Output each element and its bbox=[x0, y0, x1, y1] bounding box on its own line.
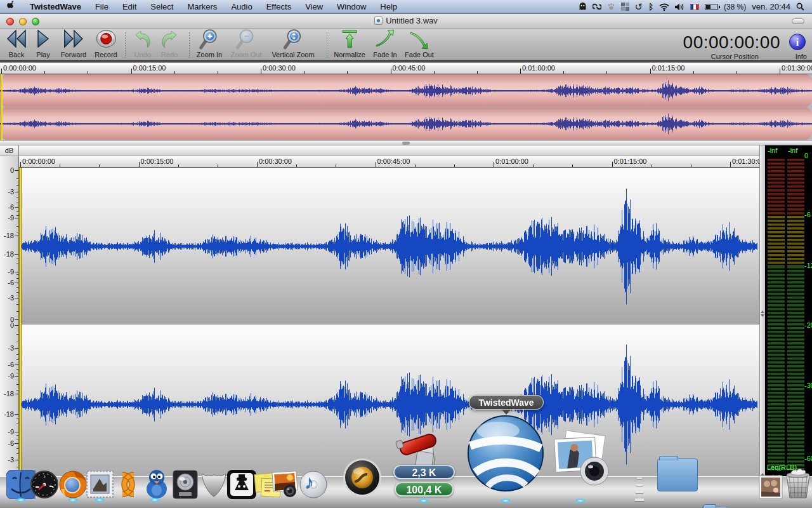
db-scale-minor-tick bbox=[16, 373, 18, 373]
db-scale-label: -9 bbox=[8, 268, 14, 276]
menu-clock[interactable]: ven. 20:44 bbox=[752, 2, 790, 11]
bluetooth-icon[interactable]: ᛒ bbox=[648, 1, 653, 13]
ruler-tick bbox=[88, 71, 88, 74]
db-scale-minor-tick bbox=[16, 359, 18, 360]
window-title-bar[interactable]: Untitled 3.wav bbox=[0, 14, 812, 29]
menu-item-app[interactable]: TwistedWave bbox=[23, 0, 88, 14]
toolbar-toggle-pill[interactable] bbox=[792, 18, 804, 24]
menu-item-help[interactable]: Help bbox=[373, 0, 404, 14]
input-language-flag-icon[interactable] bbox=[690, 4, 699, 10]
vertical-zoom-icon bbox=[272, 29, 314, 50]
menu-item-effects[interactable]: Effects bbox=[259, 0, 299, 14]
ruler-tick bbox=[737, 71, 737, 74]
db-scale-minor-tick bbox=[16, 287, 18, 288]
fade-out-button[interactable]: Fade Out bbox=[405, 29, 434, 58]
meter-scale-label: -20 bbox=[804, 321, 812, 329]
scrollbar-arrows-icon[interactable] bbox=[760, 309, 765, 319]
db-scale-minor-tick bbox=[16, 304, 18, 305]
splitter-handle-icon[interactable] bbox=[402, 142, 410, 145]
info-button-label[interactable]: Info bbox=[796, 53, 807, 60]
wifi-icon[interactable] bbox=[659, 1, 669, 13]
battery-percent: (38 %) bbox=[724, 3, 746, 11]
level-meter-panel: -inf -inf Leq(RLB) -inf 0-6-12-20-30-60 bbox=[765, 145, 812, 508]
undo-button[interactable]: Undo bbox=[132, 29, 154, 58]
ruler-tick bbox=[477, 71, 478, 74]
zoom-out-button[interactable]: Zoom Out bbox=[231, 29, 262, 58]
time-ruler-label: 0:01:15:00 bbox=[614, 157, 647, 165]
db-scale-minor-tick bbox=[16, 226, 18, 227]
overview-time-ruler[interactable]: 0:00:00:000:00:15:000:00:30:000:00:45:00… bbox=[0, 63, 812, 74]
menu-item-view[interactable]: View bbox=[298, 0, 330, 14]
db-scale-minor-tick bbox=[16, 215, 18, 216]
db-scale-label: -18 bbox=[4, 232, 14, 239]
cursor-position-label: Cursor Position bbox=[711, 53, 759, 60]
db-scale-tick bbox=[15, 376, 18, 377]
time-ruler-label: 0:01:00:00 bbox=[522, 64, 555, 72]
grid-menu-icon[interactable] bbox=[621, 1, 629, 13]
vertical-zoom-button[interactable]: Vertical Zoom bbox=[272, 29, 314, 58]
ruler-tick bbox=[520, 69, 521, 74]
playhead-cursor[interactable] bbox=[19, 168, 22, 484]
toolbar-separator bbox=[189, 32, 190, 57]
normalize-icon bbox=[334, 29, 365, 50]
ghost-app-icon[interactable] bbox=[579, 1, 587, 13]
ruler-tick bbox=[606, 71, 607, 74]
record-icon bbox=[95, 29, 117, 50]
time-machine-icon[interactable]: ↺ bbox=[635, 1, 643, 13]
db-scale-minor-tick bbox=[16, 185, 18, 186]
ruler-tick bbox=[336, 164, 336, 167]
db-scale-label: -6 bbox=[8, 279, 14, 286]
info-icon[interactable]: i bbox=[789, 34, 806, 50]
db-scale-minor-tick bbox=[16, 197, 18, 198]
overview-playhead-cursor[interactable] bbox=[1, 74, 3, 140]
main-time-ruler[interactable]: 0:00:00:000:00:15:000:00:30:000:00:45:00… bbox=[19, 156, 759, 168]
redo-button[interactable]: Redo bbox=[159, 29, 180, 58]
record-button[interactable]: Record bbox=[95, 29, 117, 58]
peak-readout-right: -inf bbox=[788, 147, 797, 154]
sync-menu-icon[interactable] bbox=[593, 1, 601, 13]
scrollbar-arrows-icon[interactable] bbox=[760, 472, 765, 482]
spotlight-icon[interactable] bbox=[796, 1, 804, 13]
led-meter-right bbox=[787, 159, 804, 471]
redo-icon bbox=[159, 29, 180, 50]
db-scale-tick bbox=[15, 170, 18, 171]
ruler-tick bbox=[730, 162, 731, 167]
play-button[interactable]: Play bbox=[36, 29, 51, 58]
zoom-in-button[interactable]: Zoom In bbox=[197, 29, 222, 58]
menu-item-file[interactable]: File bbox=[88, 0, 115, 14]
horizontal-scrollbar[interactable] bbox=[19, 145, 759, 156]
fade-in-button[interactable]: Fade In bbox=[373, 29, 396, 58]
back-button[interactable]: Back bbox=[5, 29, 28, 58]
db-scale-label: -6 bbox=[8, 439, 14, 447]
db-scale-minor-tick bbox=[16, 424, 18, 424]
ruler-tick bbox=[296, 164, 297, 167]
toolbar-separator bbox=[125, 32, 126, 57]
waveform-channel-1[interactable] bbox=[19, 168, 759, 324]
menu-item-select[interactable]: Select bbox=[143, 0, 180, 14]
ruler-tick bbox=[139, 162, 140, 167]
dock-separator bbox=[636, 491, 643, 493]
menu-item-edit[interactable]: Edit bbox=[115, 0, 143, 14]
forward-button[interactable]: Forward bbox=[61, 29, 86, 58]
db-scale-tick bbox=[15, 192, 18, 192]
menu-item-window[interactable]: Window bbox=[330, 0, 373, 14]
apple-menu[interactable] bbox=[0, 0, 23, 14]
volume-icon[interactable] bbox=[675, 1, 684, 13]
ruler-tick bbox=[60, 164, 60, 167]
menu-item-markers[interactable]: Markers bbox=[180, 0, 224, 14]
db-scale-minor-tick bbox=[16, 342, 18, 342]
time-ruler-label: 0:00:45:00 bbox=[393, 64, 426, 72]
db-scale-minor-tick bbox=[16, 467, 18, 467]
db-scale-minor-tick bbox=[16, 292, 18, 293]
normalize-button[interactable]: Normalize bbox=[334, 29, 365, 58]
battery-icon[interactable] bbox=[705, 4, 718, 10]
menu-item-audio[interactable]: Audio bbox=[224, 0, 259, 14]
db-scale-minor-tick bbox=[16, 369, 18, 370]
waveform-channel-2[interactable] bbox=[19, 324, 759, 484]
db-scale-tick bbox=[15, 236, 18, 236]
pane-splitter[interactable] bbox=[0, 141, 812, 145]
db-scale-tick bbox=[15, 218, 18, 218]
db-scale-minor-tick bbox=[16, 435, 18, 436]
overview-waveform[interactable] bbox=[0, 74, 812, 141]
paw-menu-icon[interactable] bbox=[607, 1, 615, 13]
